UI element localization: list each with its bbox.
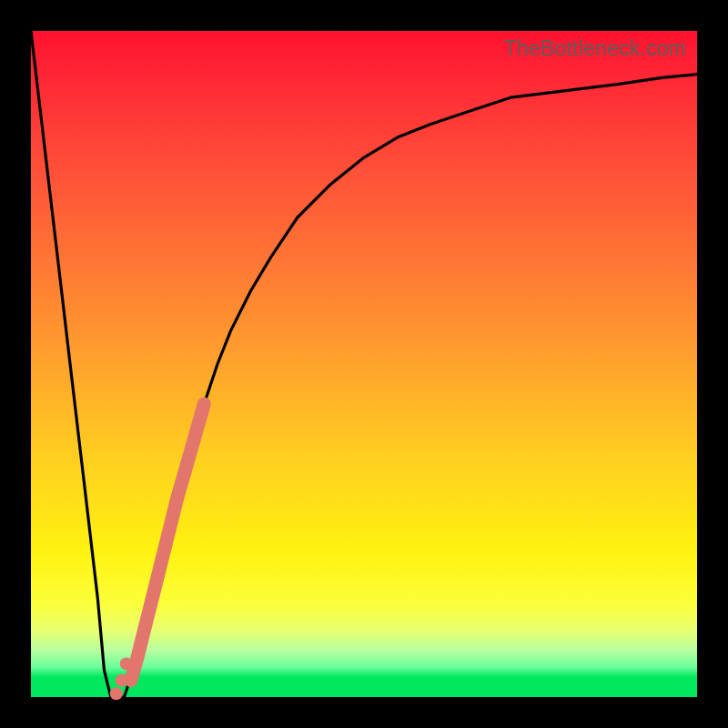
- highlight-dot: [110, 687, 123, 700]
- chart-frame: TheBottleneck.com: [0, 0, 728, 728]
- plot-area: TheBottleneck.com: [31, 31, 697, 697]
- curve-layer: [31, 31, 697, 697]
- highlight-dot: [116, 674, 128, 687]
- highlight-segment: [131, 404, 205, 681]
- main-curve: [31, 31, 697, 697]
- highlight-dot: [120, 657, 133, 670]
